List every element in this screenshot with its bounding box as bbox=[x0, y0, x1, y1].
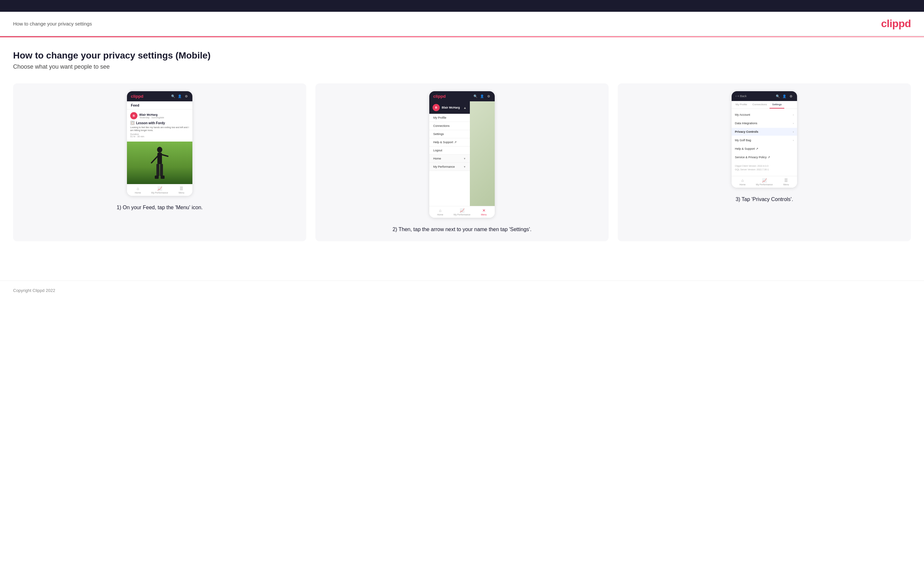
phone-1-icons: 🔍 👤 ⚙ bbox=[171, 94, 189, 99]
tab-connections[interactable]: Connections bbox=[750, 101, 770, 108]
header-title: How to change your privacy settings bbox=[13, 21, 92, 26]
user-icon-3: 👤 bbox=[782, 94, 787, 98]
menu-nav-icon-3: ☰ bbox=[784, 178, 788, 183]
home-nav-icon-2: ⌂ bbox=[439, 208, 441, 213]
nav-menu-label-3: Menu bbox=[783, 184, 789, 186]
my-account-label: My Account bbox=[735, 113, 750, 116]
golf-bag-chevron: › bbox=[793, 139, 794, 142]
settings-version: Clippd Client Version: 2022.8.3-3 GQL Se… bbox=[732, 162, 797, 174]
step-3-phone: ‹ < Back 🔍 👤 ⚙ My Profile Connections Se… bbox=[732, 91, 797, 188]
performance-nav-icon: 📈 bbox=[157, 186, 162, 191]
step-1-description: 1) On your Feed, tap the 'Menu' icon. bbox=[116, 204, 202, 211]
feed-user-info: Blair McHarg Yesterday · Sunningdale bbox=[139, 113, 164, 119]
settings-privacy-controls[interactable]: Privacy Controls › bbox=[732, 128, 797, 136]
feed-user-name: Blair McHarg bbox=[139, 113, 164, 116]
nav-home-2: ⌂ Home bbox=[429, 208, 451, 216]
menu-item-help: Help & Support ↗ bbox=[429, 138, 470, 147]
phone-3-header: ‹ < Back 🔍 👤 ⚙ bbox=[732, 91, 797, 101]
menu-help-label: Help & Support ↗ bbox=[433, 140, 457, 144]
feed-lesson-title: 📋 Lesson with Fordy bbox=[130, 121, 189, 125]
menu-home-label: Home bbox=[433, 157, 441, 160]
nav-performance-2: 📈 My Performance bbox=[451, 208, 473, 216]
data-integrations-label: Data Integrations bbox=[735, 122, 758, 125]
nav-performance-label: My Performance bbox=[151, 192, 168, 194]
menu-user-left: B Blair McHarg bbox=[433, 104, 460, 111]
settings-my-account: My Account › bbox=[732, 111, 797, 119]
settings-golf-bag: My Golf Bag › bbox=[732, 136, 797, 144]
settings-privacy-policy: Service & Privacy Policy ↗ bbox=[732, 153, 797, 161]
copyright: Copyright Clippd 2022 bbox=[13, 288, 55, 293]
feed-tab: Feed bbox=[127, 102, 192, 110]
settings-help-support: Help & Support ↗ bbox=[732, 145, 797, 153]
nav-menu-label-2: Menu bbox=[481, 213, 487, 216]
my-account-chevron: › bbox=[793, 113, 794, 116]
home-nav-icon-3: ⌂ bbox=[741, 178, 744, 183]
menu-chevron-up: ▲ bbox=[463, 106, 467, 110]
menu-nav-icon-2: ✕ bbox=[482, 208, 486, 213]
settings-icon-3: ⚙ bbox=[788, 94, 793, 98]
svg-rect-7 bbox=[161, 176, 165, 179]
data-integrations-chevron: › bbox=[793, 122, 794, 125]
menu-user-row: B Blair McHarg ▲ bbox=[429, 102, 470, 114]
nav-home-label-3: Home bbox=[740, 184, 746, 186]
phone-2-header: clippd 🔍 👤 ⚙ bbox=[429, 91, 495, 102]
feed-duration: Duration bbox=[130, 133, 189, 135]
tab-my-profile[interactable]: My Profile bbox=[733, 101, 750, 108]
step-2-menu: B Blair McHarg ▲ My Profile Connections bbox=[429, 102, 470, 206]
search-icon-2: 🔍 bbox=[473, 94, 478, 99]
menu-connections-label: Connections bbox=[433, 124, 449, 127]
step-1-card: clippd 🔍 👤 ⚙ Feed B Blair McHarg bbox=[13, 83, 306, 241]
phone-3-icons: 🔍 👤 ⚙ bbox=[775, 94, 793, 98]
step-3-card: ‹ < Back 🔍 👤 ⚙ My Profile Connections Se… bbox=[618, 83, 911, 241]
feed-avatar: B bbox=[130, 112, 137, 119]
menu-logout-label: Logout bbox=[433, 149, 443, 152]
settings-icon: ⚙ bbox=[184, 94, 189, 99]
nav-home-3: ⌂ Home bbox=[732, 177, 754, 186]
step-1-phone: clippd 🔍 👤 ⚙ Feed B Blair McHarg bbox=[127, 91, 192, 196]
help-support-label: Help & Support ↗ bbox=[735, 147, 758, 150]
home-nav-icon: ⌂ bbox=[137, 186, 139, 191]
lesson-icon: 📋 bbox=[130, 121, 135, 125]
nav-home-label-2: Home bbox=[437, 213, 443, 216]
phone-2-bottom-nav: ⌂ Home 📈 My Performance ✕ Menu bbox=[429, 206, 495, 218]
search-icon-3: 🔍 bbox=[775, 94, 780, 98]
menu-home-chevron: ▼ bbox=[463, 157, 466, 160]
menu-nav-icon: ☰ bbox=[179, 186, 183, 191]
svg-rect-5 bbox=[160, 164, 163, 176]
nav-home: ⌂ Home bbox=[127, 186, 149, 195]
step-2-body: B Blair McHarg ▲ My Profile Connections bbox=[429, 102, 495, 206]
step-2-card: clippd 🔍 👤 ⚙ B Blair McHarg bbox=[315, 83, 609, 241]
performance-nav-icon-2: 📈 bbox=[460, 208, 465, 213]
tab-settings[interactable]: Settings bbox=[770, 101, 784, 108]
feed-duration-value: 01 hr : 30 min bbox=[130, 135, 189, 138]
clippd-logo: clippd bbox=[881, 18, 911, 30]
phone-2-icons: 🔍 👤 ⚙ bbox=[473, 94, 491, 99]
phone-1-bottom-nav: ⌂ Home 📈 My Performance ☰ Menu bbox=[127, 184, 192, 196]
menu-section-performance: My Performance ▼ bbox=[429, 163, 470, 171]
page-subtitle: Choose what you want people to see bbox=[13, 63, 911, 70]
menu-item-logout: Logout bbox=[429, 147, 470, 155]
performance-nav-icon-3: 📈 bbox=[762, 178, 767, 183]
feed-image bbox=[127, 142, 192, 184]
settings-icon-2: ⚙ bbox=[486, 94, 491, 99]
menu-item-profile: My Profile bbox=[429, 114, 470, 122]
nav-menu-3: ☰ Menu bbox=[775, 177, 797, 186]
svg-rect-6 bbox=[155, 176, 159, 179]
feed-post: B Blair McHarg Yesterday · Sunningdale 📋… bbox=[127, 110, 192, 140]
menu-performance-chevron: ▼ bbox=[463, 165, 466, 168]
nav-menu-2: ✕ Menu bbox=[473, 208, 495, 216]
user-icon-2: 👤 bbox=[480, 94, 484, 99]
nav-performance: 📈 My Performance bbox=[149, 186, 171, 195]
svg-rect-4 bbox=[157, 164, 159, 176]
top-bar bbox=[0, 0, 924, 12]
phone-1-logo: clippd bbox=[131, 94, 143, 99]
privacy-controls-chevron: › bbox=[793, 131, 794, 134]
settings-data-integrations: Data Integrations › bbox=[732, 119, 797, 127]
footer: Copyright Clippd 2022 bbox=[0, 280, 924, 300]
menu-item-settings: Settings bbox=[429, 130, 470, 138]
menu-profile-label: My Profile bbox=[433, 116, 446, 119]
gql-version: GQL Server Version: 2022.7.30-1 bbox=[735, 168, 794, 172]
step-2-right-blur bbox=[470, 102, 495, 206]
menu-user-name: Blair McHarg bbox=[442, 106, 460, 109]
step-2-description: 2) Then, tap the arrow next to your name… bbox=[393, 226, 532, 234]
